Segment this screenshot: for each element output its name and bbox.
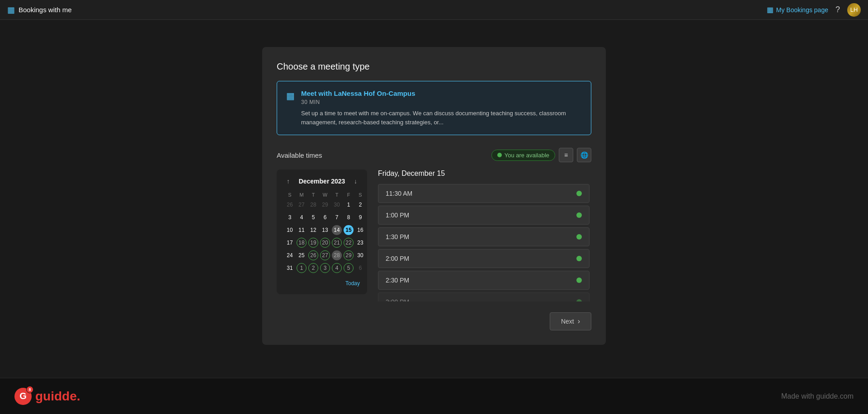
calendar-day: 26 [284, 198, 296, 211]
calendar-next-button[interactable]: ↓ [351, 177, 360, 186]
calendar-day[interactable]: 3 [319, 262, 331, 274]
calendar-day: 28 [307, 198, 319, 211]
meeting-type-icon: ▦ [286, 90, 295, 101]
avatar: LH [847, 3, 861, 17]
calendar-day[interactable]: 11 [296, 224, 307, 236]
my-bookings-label: My Bookings page [776, 6, 828, 14]
calendar-day[interactable]: 12 [307, 224, 319, 236]
calendar-day: 27 [296, 198, 307, 211]
today-button[interactable]: Today [345, 280, 360, 287]
guidde-g-icon: G 8 [14, 388, 32, 405]
slot-available-icon [576, 278, 582, 283]
calendar-day[interactable]: 21 [331, 236, 343, 249]
booking-panel: Choose a meeting type ▦ Meet with LaNess… [262, 47, 606, 345]
calendar-prev-button[interactable]: ↑ [284, 177, 292, 186]
available-times-header: Available times You are available ≡ 🌐 [277, 148, 591, 162]
calendar-day[interactable]: 17 [284, 236, 296, 249]
slot-available-icon [576, 299, 582, 301]
globe-button[interactable]: 🌐 [577, 148, 591, 162]
calendar-day[interactable]: 5 [343, 262, 354, 274]
calendar-day[interactable]: 2 [354, 198, 366, 211]
calendar-day[interactable]: 3 [284, 211, 296, 224]
slot-time-label: 2:30 PM [386, 277, 409, 284]
globe-icon: 🌐 [580, 151, 588, 159]
calendar-day[interactable]: 7 [331, 211, 343, 224]
slot-time-label: 3:00 PM [386, 298, 409, 301]
time-slot-button[interactable]: 1:00 PM [378, 206, 590, 225]
time-slot-button[interactable]: 3:00 PM [378, 292, 590, 301]
my-bookings-link[interactable]: ▦ My Bookings page [767, 5, 828, 14]
calendar-grid: S M T W T F S 26272829301234567891011121… [284, 191, 366, 274]
calendar-day[interactable]: 9 [354, 211, 366, 224]
calendar-row: 3456789 [284, 211, 366, 224]
calendar-day[interactable]: 4 [296, 211, 307, 224]
available-badge: You are available [491, 150, 555, 161]
calendar-day[interactable]: 10 [284, 224, 296, 236]
calendar-header: ↑ December 2023 ↓ [284, 177, 360, 186]
weekday-s2: S [354, 191, 366, 198]
calendar-day[interactable]: 1 [343, 198, 354, 211]
calendar-day[interactable]: 23 [354, 236, 366, 249]
filter-button[interactable]: ≡ [559, 148, 573, 162]
time-slot-button[interactable]: 2:30 PM [378, 271, 590, 290]
calendar-day[interactable]: 1 [296, 262, 307, 274]
nav-right: ▦ My Bookings page ? LH [767, 3, 861, 17]
calendar-day[interactable]: 30 [354, 249, 366, 262]
calendar-day[interactable]: 31 [284, 262, 296, 274]
calendar-row: 24252627282930 [284, 249, 366, 262]
calendar-day[interactable]: 29 [343, 249, 354, 262]
slot-available-icon [576, 256, 582, 261]
calendar-day[interactable]: 19 [307, 236, 319, 249]
calendar-slots-row: ↑ December 2023 ↓ S M T W T F S [277, 169, 591, 301]
weekday-f: F [343, 191, 354, 198]
time-slot-button[interactable]: 1:30 PM [378, 227, 590, 246]
calendar-row: 10111213141516 [284, 224, 366, 236]
calendar-day[interactable]: 27 [319, 249, 331, 262]
bottom-bar: G 8 guidde. Made with guidde.com [0, 378, 868, 414]
calendar-day[interactable]: 24 [284, 249, 296, 262]
calendar-day[interactable]: 8 [343, 211, 354, 224]
next-arrow-icon: › [578, 317, 580, 325]
meeting-card-content: Meet with LaNessa Hof On-Campus 30 MIN S… [301, 89, 582, 127]
slot-time-label: 1:00 PM [386, 212, 409, 219]
calendar: ↑ December 2023 ↓ S M T W T F S [277, 169, 367, 294]
slots-date-heading: Friday, December 15 [378, 169, 591, 178]
calendar-day: 29 [319, 198, 331, 211]
calendar-day[interactable]: 16 [354, 224, 366, 236]
calendar-day[interactable]: 18 [296, 236, 307, 249]
calendar-day[interactable]: 22 [343, 236, 354, 249]
main-content: Choose a meeting type ▦ Meet with LaNess… [0, 20, 868, 381]
calendar-day[interactable]: 28 [331, 249, 343, 262]
weekday-s1: S [284, 191, 296, 198]
slot-available-icon [576, 212, 582, 218]
calendar-day[interactable]: 2 [307, 262, 319, 274]
time-slot-button[interactable]: 11:30 AM [378, 184, 590, 203]
slot-time-label: 1:30 PM [386, 233, 409, 240]
meeting-type-card[interactable]: ▦ Meet with LaNessa Hof On-Campus 30 MIN… [277, 81, 591, 135]
calendar-day[interactable]: 26 [307, 249, 319, 262]
available-times-label: Available times [277, 151, 322, 159]
calendar-weekdays-row: S M T W T F S [284, 191, 366, 198]
weekday-t2: T [331, 191, 343, 198]
calendar-day[interactable]: 20 [319, 236, 331, 249]
meeting-card-duration: 30 MIN [301, 99, 582, 105]
guidde-wordmark: guidde. [35, 389, 80, 404]
calendar-day[interactable]: 6 [319, 211, 331, 224]
calendar-day[interactable]: 14 [331, 224, 343, 236]
help-icon[interactable]: ? [835, 5, 840, 14]
time-slot-button[interactable]: 2:00 PM [378, 249, 590, 268]
slots-list: 11:30 AM1:00 PM1:30 PM2:00 PM2:30 PM3:00… [378, 184, 591, 301]
next-button[interactable]: Next › [550, 312, 591, 330]
calendar-row: 17181920212223 [284, 236, 366, 249]
calendar-day[interactable]: 15 [343, 224, 354, 236]
calendar-month-year: December 2023 [299, 178, 345, 185]
calendar-day[interactable]: 4 [331, 262, 343, 274]
calendar-day[interactable]: 25 [296, 249, 307, 262]
guidde-logo: G 8 guidde. [14, 388, 80, 405]
slot-time-label: 11:30 AM [386, 190, 412, 197]
next-button-label: Next [561, 318, 574, 325]
calendar-day[interactable]: 5 [307, 211, 319, 224]
guidde-letter: G [19, 391, 27, 401]
calendar-day[interactable]: 13 [319, 224, 331, 236]
slot-available-icon [576, 191, 582, 196]
